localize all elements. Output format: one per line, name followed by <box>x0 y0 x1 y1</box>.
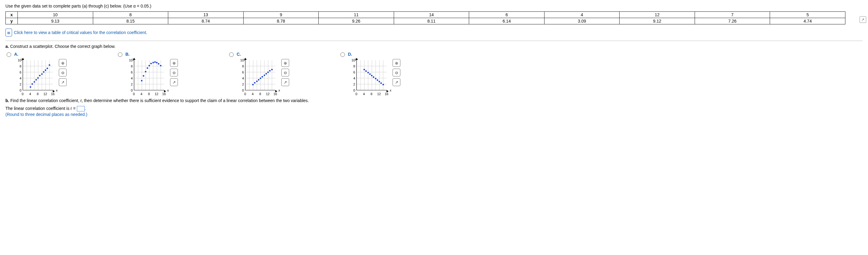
part-a: a. Construct a scatterplot. Choose the c… <box>5 44 863 49</box>
popout-icon[interactable]: ↗ <box>281 78 289 86</box>
part-b-text: Find the linear correlation coefficient,… <box>10 98 309 103</box>
row-label-x: x <box>6 12 18 18</box>
rounding-hint: (Round to three decimal places as needed… <box>5 112 863 117</box>
option-label: B. <box>125 52 178 57</box>
option-a[interactable]: A.yx02468100481216⊕⊖↗ <box>7 52 67 94</box>
option-label: C. <box>237 52 289 57</box>
option-b[interactable]: B.yx02468100481216⊕⊖↗ <box>118 52 178 94</box>
table-row: x 10 8 13 9 11 14 6 4 12 7 5 <box>6 12 845 18</box>
answer-prefix: The linear correlation coefficient is r … <box>5 106 77 111</box>
option-label: A. <box>14 52 67 57</box>
data-table: x 10 8 13 9 11 14 6 4 12 7 5 y 9.13 8.15… <box>5 11 845 24</box>
part-b: b. Find the linear correlation coefficie… <box>5 98 863 103</box>
part-a-text: Construct a scatterplot. Choose the corr… <box>10 44 116 49</box>
option-d[interactable]: D.yx02468100481216⊕⊖↗ <box>340 52 400 94</box>
scatterplot-b: yx02468100481216 <box>125 58 167 94</box>
critical-values-link[interactable]: ≣ Click here to view a table of critical… <box>5 27 863 39</box>
zoom-in-icon[interactable]: ⊕ <box>393 59 400 67</box>
zoom-out-icon[interactable]: ⊖ <box>59 69 67 76</box>
divider <box>5 41 863 41</box>
part-b-prefix: b. <box>5 98 9 103</box>
link-text: Click here to view a table of critical v… <box>14 30 148 35</box>
document-icon: ≣ <box>5 29 12 36</box>
part-a-prefix: a. <box>5 44 9 49</box>
zoom-in-icon[interactable]: ⊕ <box>170 59 178 67</box>
zoom-out-icon[interactable]: ⊖ <box>281 69 289 76</box>
zoom-out-icon[interactable]: ⊖ <box>393 69 400 76</box>
radio-d[interactable] <box>340 52 345 57</box>
scatterplot-c: yx02468100481216 <box>237 58 279 94</box>
zoom-out-icon[interactable]: ⊖ <box>170 69 178 76</box>
zoom-in-icon[interactable]: ⊕ <box>59 59 67 67</box>
answer-suffix: . <box>85 106 86 111</box>
row-label-y: y <box>6 18 18 24</box>
popout-icon[interactable]: ↗ <box>393 78 400 86</box>
table-row: y 9.13 8.15 8.74 8.78 9.26 8.11 6.14 3.0… <box>6 18 845 24</box>
scatterplot-d: yx02468100481216 <box>348 58 390 94</box>
radio-b[interactable] <box>118 52 122 57</box>
option-c[interactable]: C.yx02468100481216⊕⊖↗ <box>229 52 289 94</box>
zoom-in-icon[interactable]: ⊕ <box>281 59 289 67</box>
answer-input[interactable] <box>77 106 85 111</box>
popout-icon[interactable]: ↗ <box>59 78 67 86</box>
table-popout-icon[interactable]: ↗ <box>860 16 866 23</box>
radio-c[interactable] <box>229 52 234 57</box>
popout-icon[interactable]: ↗ <box>170 78 178 86</box>
option-label: D. <box>348 52 400 57</box>
scatterplot-a: yx02468100481216 <box>14 58 56 94</box>
problem-prompt: Use the given data set to complete parts… <box>5 4 863 8</box>
answer-line: The linear correlation coefficient is r … <box>5 106 863 111</box>
radio-a[interactable] <box>7 52 11 57</box>
